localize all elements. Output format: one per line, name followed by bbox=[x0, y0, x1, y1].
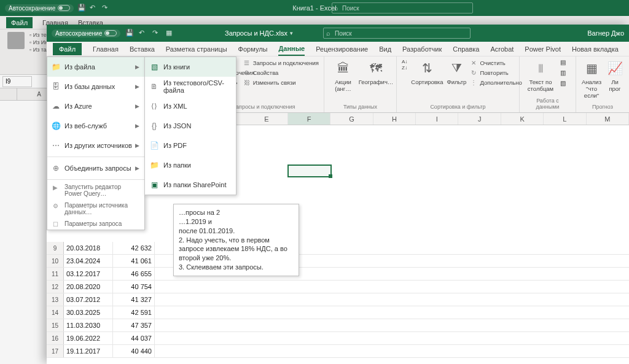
cell[interactable]: 41 061 bbox=[113, 255, 155, 267]
tab-file-back[interactable]: Файл bbox=[6, 17, 33, 28]
table-row[interactable]: 1103.12.201746 655 bbox=[47, 268, 629, 281]
clear-filter-button[interactable]: ✕Очистить bbox=[470, 59, 522, 66]
row-header[interactable]: 16 bbox=[47, 332, 64, 344]
menu-launch-pq[interactable]: ▶Запустить редактор Power Query… bbox=[47, 181, 144, 199]
col-header[interactable]: G bbox=[330, 113, 373, 125]
filter-button[interactable]: ⧩Фильтр bbox=[447, 59, 466, 85]
redo-icon[interactable]: ↷ bbox=[102, 4, 111, 12]
col-header[interactable]: J bbox=[458, 113, 501, 125]
tab-help[interactable]: Справка bbox=[453, 43, 479, 55]
submenu-from-xml[interactable]: ⟨⟩Из XML bbox=[145, 96, 236, 116]
submenu-from-pdf[interactable]: 📄Из PDF bbox=[145, 136, 236, 155]
menu-from-webservices[interactable]: 🌐Из веб-служб▶ bbox=[47, 116, 144, 136]
data-valid-button[interactable]: ▧ bbox=[560, 80, 566, 87]
geography-datatype-button[interactable]: 🗺Географич… bbox=[361, 59, 391, 85]
search-box[interactable]: Поиск bbox=[323, 28, 471, 39]
menu-from-database[interactable]: 🗄Из базы данных▶ bbox=[47, 77, 144, 96]
edit-links-button[interactable]: ⛓Изменить связи bbox=[243, 79, 319, 86]
save-icon[interactable]: 💾 bbox=[125, 29, 134, 37]
col-header[interactable]: L bbox=[544, 113, 586, 125]
table-row[interactable]: 1619.06.202244 037 bbox=[47, 332, 629, 345]
menu-query-options[interactable]: ☐Параметры запроса bbox=[47, 218, 144, 230]
autosave-toggle-back[interactable]: Автосохранение bbox=[5, 4, 74, 12]
cell[interactable]: 30.03.2025 bbox=[64, 306, 113, 319]
row-header[interactable]: 15 bbox=[47, 319, 64, 331]
tab-data[interactable]: Данные bbox=[278, 42, 305, 56]
tab-powerpivot[interactable]: Power Pivot bbox=[525, 43, 561, 55]
row-header[interactable]: 12 bbox=[47, 281, 64, 293]
sort-za-button[interactable]: Z↓ bbox=[402, 65, 407, 71]
flash-fill-button[interactable]: ▤ bbox=[560, 59, 566, 66]
reapply-button[interactable]: ↻Повторить bbox=[470, 69, 522, 76]
name-box-back[interactable]: I9 bbox=[2, 76, 32, 87]
row-header[interactable]: 14 bbox=[47, 306, 64, 319]
whatif-button[interactable]: ▦Анализ "что если" bbox=[581, 59, 602, 99]
submenu-from-folder[interactable]: 📁Из папки bbox=[145, 155, 236, 175]
tab-developer[interactable]: Разработчик bbox=[402, 43, 442, 55]
col-header[interactable]: E bbox=[246, 113, 288, 125]
cell[interactable]: 41 327 bbox=[113, 293, 155, 306]
sort-button[interactable]: ⇅Сортировка bbox=[411, 59, 443, 85]
menu-from-other[interactable]: ⋯Из других источников▶ bbox=[47, 136, 144, 155]
cell[interactable]: 11.03.2030 bbox=[64, 319, 113, 331]
table-row[interactable]: 920.03.201842 632 bbox=[47, 242, 629, 255]
text-to-columns-button[interactable]: ⫴Текст по столбцам bbox=[525, 59, 557, 92]
tab-formulas[interactable]: Формулы bbox=[238, 43, 268, 55]
row-header[interactable]: 10 bbox=[47, 255, 64, 267]
cell[interactable]: 46 655 bbox=[113, 268, 155, 280]
menu-from-azure[interactable]: ☁Из Azure▶ bbox=[47, 96, 144, 116]
sort-az-button[interactable]: A↓ bbox=[402, 59, 407, 64]
get-data-button-back[interactable] bbox=[5, 32, 27, 65]
save-icon[interactable]: 💾 bbox=[77, 4, 86, 12]
remove-dup-button[interactable]: ▥ bbox=[560, 69, 566, 76]
menu-source-settings[interactable]: ⚙Параметры источника данных… bbox=[47, 199, 144, 218]
document-title[interactable]: Запросы и НДС.xlsx bbox=[225, 29, 293, 37]
undo-icon[interactable]: ↶ bbox=[139, 29, 147, 37]
cell[interactable]: 03.12.2017 bbox=[64, 268, 113, 280]
tab-home[interactable]: Главная bbox=[93, 43, 119, 55]
cell[interactable]: 47 357 bbox=[113, 319, 155, 331]
tab-new[interactable]: Новая вкладка bbox=[572, 43, 619, 55]
redo-icon[interactable]: ↷ bbox=[152, 29, 161, 37]
tab-page-layout[interactable]: Разметка страницы bbox=[166, 43, 227, 55]
col-header[interactable]: I bbox=[416, 113, 458, 125]
row-header[interactable]: 17 bbox=[47, 345, 64, 357]
table-row[interactable]: 1511.03.203047 357 bbox=[47, 319, 629, 332]
cell[interactable]: 19.06.2022 bbox=[64, 332, 113, 344]
menu-from-file[interactable]: 📁Из файла▶ bbox=[47, 57, 144, 77]
advanced-button[interactable]: ⋮Дополнительно bbox=[470, 79, 522, 86]
submenu-from-csv[interactable]: 🗎Из текстового/CSV-файла bbox=[145, 77, 236, 96]
tab-file[interactable]: Файл bbox=[53, 43, 82, 55]
cell[interactable]: 44 037 bbox=[113, 332, 155, 344]
submenu-from-sharepoint[interactable]: ▣Из папки SharePoint bbox=[145, 175, 236, 195]
autosave-toggle[interactable]: Автосохранение bbox=[52, 29, 120, 37]
undo-icon[interactable]: ↶ bbox=[90, 4, 98, 12]
table-row[interactable]: 1220.08.202040 754 bbox=[47, 281, 629, 293]
tab-acrobat[interactable]: Acrobat bbox=[490, 43, 514, 55]
cell[interactable]: 40 754 bbox=[113, 281, 155, 293]
table-row[interactable]: 1023.04.202441 061 bbox=[47, 255, 629, 268]
cell[interactable]: 20.08.2020 bbox=[64, 281, 113, 293]
cell[interactable]: 40 440 bbox=[113, 345, 155, 357]
cell[interactable]: 03.07.2012 bbox=[64, 293, 113, 306]
col-header[interactable]: H bbox=[373, 113, 416, 125]
row-header[interactable]: 13 bbox=[47, 293, 64, 306]
properties-button[interactable]: ⚙Свойства bbox=[243, 69, 319, 76]
table-row[interactable]: 1430.03.202542 591 bbox=[47, 306, 629, 319]
tab-view[interactable]: Вид bbox=[379, 43, 391, 55]
col-header[interactable]: M bbox=[587, 113, 629, 125]
queries-conn-button[interactable]: ☰Запросы и подключения bbox=[243, 59, 319, 66]
col-header[interactable]: K bbox=[501, 113, 544, 125]
table-row[interactable]: 1303.07.201241 327 bbox=[47, 293, 629, 306]
qat-icon[interactable]: ▦ bbox=[166, 29, 174, 37]
col-header[interactable]: F bbox=[288, 113, 330, 125]
forecast-sheet-button[interactable]: 📈Ли прог bbox=[606, 59, 624, 92]
cell[interactable]: 42 632 bbox=[113, 242, 155, 254]
cell[interactable]: 23.04.2024 bbox=[64, 255, 113, 267]
tab-insert[interactable]: Вставка bbox=[130, 43, 155, 55]
user-name[interactable]: Вагнер Джо bbox=[587, 29, 624, 37]
row-header[interactable]: 9 bbox=[47, 242, 64, 254]
tab-review[interactable]: Рецензирование bbox=[316, 43, 368, 55]
submenu-from-workbook[interactable]: ▧Из книги bbox=[145, 57, 236, 77]
table-row[interactable]: 1719.11.201740 440 bbox=[47, 345, 629, 358]
